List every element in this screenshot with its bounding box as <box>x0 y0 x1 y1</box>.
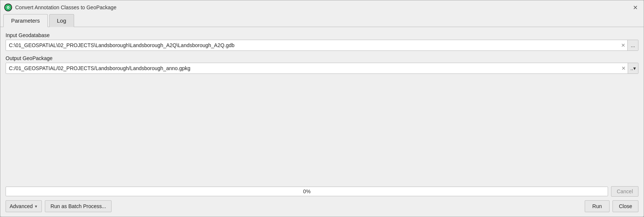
main-dialog: Convert Annotation Classes to GeoPackage… <box>0 0 644 217</box>
input-geodatabase-row: ✕ ... <box>6 40 638 51</box>
dialog-title: Convert Annotation Classes to GeoPackage <box>15 4 116 10</box>
output-geopackage-label: Output GeoPackage <box>6 55 638 61</box>
tab-bar: Parameters Log <box>0 14 644 27</box>
title-close-button[interactable]: ✕ <box>631 3 639 11</box>
output-geopackage-clear-button[interactable]: ✕ <box>620 63 628 73</box>
input-geodatabase-field[interactable] <box>6 40 619 50</box>
run-button[interactable]: Run <box>585 200 610 212</box>
progress-area: 0% Cancel <box>0 183 644 197</box>
title-bar: Convert Annotation Classes to GeoPackage… <box>0 0 644 14</box>
output-geopackage-row: ✕ ..▾ <box>6 63 638 74</box>
batch-process-button[interactable]: Run as Batch Process... <box>45 200 112 212</box>
tab-log[interactable]: Log <box>49 14 74 27</box>
qgis-logo-icon <box>4 3 12 11</box>
advanced-button[interactable]: Advanced ▼ <box>6 200 42 212</box>
main-content: Input Geodatabase ✕ ... Output GeoPackag… <box>0 27 644 183</box>
bottom-right: Run Close <box>585 200 638 212</box>
progress-label: 0% <box>303 188 311 194</box>
output-geopackage-field[interactable] <box>6 63 620 73</box>
close-dialog-button[interactable]: Close <box>613 200 638 212</box>
svg-point-4 <box>7 7 9 8</box>
input-geodatabase-browse-button[interactable]: ... <box>627 40 638 50</box>
progress-bar-container: 0% <box>6 187 608 196</box>
advanced-chevron-icon: ▼ <box>34 204 38 208</box>
input-geodatabase-label: Input Geodatabase <box>6 32 638 38</box>
input-geodatabase-clear-button[interactable]: ✕ <box>619 40 627 50</box>
output-geopackage-browse-button[interactable]: ..▾ <box>628 63 638 73</box>
tab-parameters[interactable]: Parameters <box>3 14 48 27</box>
bottom-left: Advanced ▼ Run as Batch Process... <box>6 200 112 212</box>
cancel-button[interactable]: Cancel <box>611 186 638 197</box>
title-bar-left: Convert Annotation Classes to GeoPackage <box>4 3 116 11</box>
bottom-bar: Advanced ▼ Run as Batch Process... Run C… <box>0 197 644 217</box>
advanced-label: Advanced <box>10 203 33 209</box>
